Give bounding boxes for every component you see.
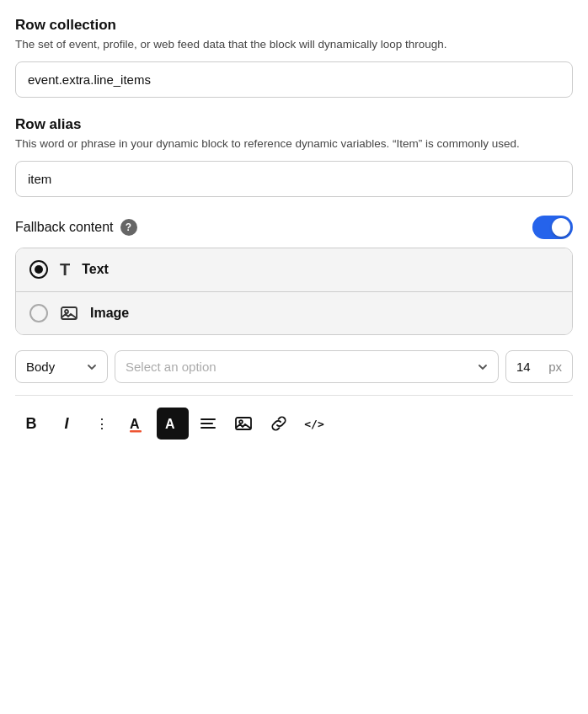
row-alias-title: Row alias [15, 116, 573, 133]
svg-rect-3 [130, 430, 142, 433]
fallback-label-wrap: Fallback content ? [15, 219, 137, 236]
image-type-icon [60, 304, 78, 322]
content-type-group: T Text Image [15, 248, 573, 335]
more-options-button[interactable]: ⋮ [86, 408, 118, 440]
help-icon[interactable]: ? [120, 219, 137, 236]
radio-image-circle [29, 304, 48, 322]
insert-image-button[interactable] [227, 408, 259, 440]
svg-text:A: A [165, 417, 175, 431]
content-type-image-label: Image [90, 306, 129, 321]
bold-button[interactable]: B [15, 408, 47, 440]
font-size-unit: px [548, 360, 562, 374]
fallback-label: Fallback content [15, 220, 114, 235]
svg-point-1 [65, 310, 68, 313]
toggle-knob [552, 218, 570, 237]
text-format-toolbar: B I ⋮ A A </> [15, 395, 573, 440]
row-alias-desc: This word or phrase in your dynamic bloc… [15, 136, 573, 152]
svg-point-9 [239, 420, 243, 424]
option-select-placeholder: Select an option [126, 360, 216, 374]
link-button[interactable] [263, 408, 295, 440]
style-select[interactable]: Body [15, 350, 108, 383]
italic-button[interactable]: I [51, 408, 83, 440]
option-select[interactable]: Select an option [115, 350, 499, 383]
text-type-icon: T [60, 260, 70, 280]
content-type-image-item[interactable]: Image [16, 292, 572, 334]
radio-text-circle [29, 260, 48, 279]
row-collection-desc: The set of event, profile, or web feed d… [15, 37, 573, 53]
option-select-chevron [478, 361, 488, 373]
format-toolbar-row: Body Select an option 14 px [15, 350, 573, 383]
text-color-button[interactable]: A [121, 408, 153, 440]
fallback-row: Fallback content ? [15, 216, 573, 239]
style-select-chevron [87, 361, 97, 373]
content-type-text-item[interactable]: T Text [16, 248, 572, 292]
font-size-select[interactable]: 14 px [505, 350, 573, 383]
svg-text:A: A [130, 417, 140, 431]
row-collection-section: Row collection The set of event, profile… [15, 17, 573, 98]
row-alias-section: Row alias This word or phrase in your dy… [15, 116, 573, 197]
row-alias-input[interactable] [15, 161, 573, 197]
content-type-text-label: Text [82, 262, 109, 277]
fallback-toggle[interactable] [532, 216, 573, 239]
font-size-value: 14 [516, 360, 531, 374]
row-collection-input[interactable] [15, 61, 573, 98]
text-background-button[interactable]: A [157, 408, 189, 440]
style-select-label: Body [26, 360, 55, 374]
code-button[interactable]: </> [298, 408, 330, 440]
row-collection-title: Row collection [15, 17, 573, 34]
align-button[interactable] [192, 408, 224, 440]
